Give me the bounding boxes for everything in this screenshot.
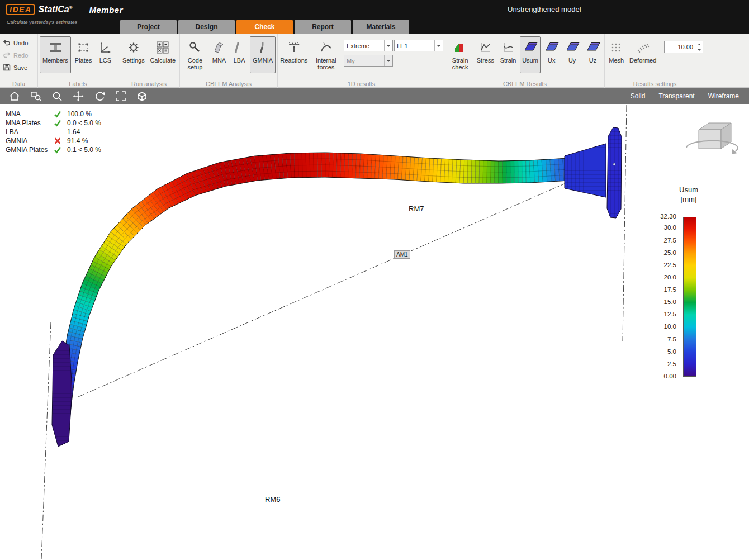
strain-label: Strain	[500, 57, 516, 64]
loadcase-combo-column: LE1	[394, 36, 443, 51]
redo-label: Redo	[13, 52, 28, 59]
group-results-settings-caption: Results settings	[605, 80, 705, 87]
deformed-icon	[636, 39, 650, 56]
title-bar: IDEA StatiCa® Member Unstrengthened mode…	[0, 0, 749, 19]
axis-label-am1: AM1	[394, 250, 410, 259]
legend-tick-label: 30.0	[643, 224, 676, 231]
undo-label: Undo	[13, 40, 28, 46]
view-toolbar: Solid Transparent Wireframe	[0, 88, 749, 104]
ribbon-tab-strip: Calculate yesterday's estimates Project …	[0, 19, 749, 34]
save-label: Save	[13, 64, 27, 71]
lcs-icon	[98, 39, 112, 56]
group-1d-results: Reactions Internal forces Extreme My LE1…	[278, 34, 445, 88]
lba-button[interactable]: LBA	[230, 36, 249, 73]
mode-wireframe[interactable]: Wireframe	[708, 92, 739, 100]
summary-value: 0.1 < 5.0 %	[67, 146, 101, 154]
tab-materials[interactable]: Materials	[353, 20, 409, 34]
uy-icon	[565, 39, 580, 56]
ribbon: Undo Redo Save Data Members Plates LCS	[0, 34, 749, 88]
extreme-dropdown[interactable]: Extreme	[344, 40, 393, 51]
app-name: Member	[89, 5, 123, 15]
usum-button[interactable]: Usum	[520, 36, 541, 73]
model-canvas[interactable]	[0, 104, 749, 560]
legend-tick-label: 7.5	[643, 336, 676, 343]
deformed-label: Deformed	[629, 57, 656, 64]
zoom-fit-icon[interactable]	[114, 89, 127, 103]
spinner-up-icon[interactable]	[695, 41, 703, 47]
my-dropdown-value: My	[344, 58, 384, 64]
stress-button[interactable]: Stress	[474, 36, 496, 73]
strain-button[interactable]: Strain	[497, 36, 519, 73]
members-button[interactable]: Members	[40, 36, 71, 73]
settings-label: Settings	[122, 57, 145, 64]
load-case-dropdown-value: LE1	[395, 42, 434, 49]
stress-icon	[478, 39, 492, 56]
calculate-button[interactable]: Calculate	[148, 36, 178, 73]
internal-forces-label: Internal forces	[312, 57, 340, 71]
orientation-cube[interactable]	[682, 114, 740, 161]
group-data: Undo Redo Save Data	[0, 34, 38, 88]
tab-check[interactable]: Check	[236, 20, 293, 34]
uy-button[interactable]: Uy	[562, 36, 582, 73]
members-icon	[48, 39, 63, 56]
strain-check-button[interactable]: Strain check	[447, 36, 473, 73]
plates-label: Plates	[75, 57, 92, 64]
zoom-icon[interactable]	[50, 89, 64, 103]
plates-button[interactable]: Plates	[72, 36, 95, 73]
deformed-button[interactable]: Deformed	[627, 36, 658, 73]
tab-report[interactable]: Report	[295, 20, 351, 34]
stress-label: Stress	[477, 57, 494, 64]
legend-tick-label: 15.0	[643, 298, 676, 305]
legend-unit: [mm]	[669, 195, 709, 203]
pan-icon[interactable]	[72, 89, 85, 103]
mode-solid[interactable]: Solid	[631, 92, 646, 100]
summary-row: MNA Plates 0.0 < 5.0 %	[6, 118, 101, 127]
uz-button[interactable]: Uz	[583, 36, 603, 73]
gmnia-button[interactable]: GMNIA	[250, 36, 276, 73]
statica-logo-text: StatiCa®	[38, 4, 72, 15]
redo-button[interactable]: Redo	[3, 51, 28, 60]
ux-button[interactable]: Ux	[542, 36, 561, 73]
strain-check-icon	[453, 39, 467, 56]
spinner-down-icon[interactable]	[695, 47, 703, 53]
results-summary: MNA 100.0 % MNA Plates 0.0 < 5.0 % LBA 1…	[6, 110, 101, 154]
rotate-icon[interactable]	[93, 89, 106, 103]
render-modes: Solid Transparent Wireframe	[631, 92, 749, 100]
tab-design[interactable]: Design	[178, 20, 235, 34]
uz-icon	[586, 39, 600, 56]
undo-button[interactable]: Undo	[3, 39, 28, 48]
check-pass-icon	[54, 119, 67, 127]
mesh-icon	[610, 39, 623, 56]
group-run-caption: Run analysis	[118, 80, 179, 87]
wrench-icon	[188, 39, 202, 56]
lcs-button[interactable]: LCS	[96, 36, 115, 73]
extreme-dropdown-value: Extreme	[344, 42, 384, 49]
mna-button[interactable]: MNA	[210, 36, 229, 73]
reactions-button[interactable]: Reactions	[279, 36, 309, 73]
my-dropdown[interactable]: My	[344, 55, 393, 67]
internal-forces-button[interactable]: Internal forces	[310, 36, 343, 73]
mna-label: MNA	[212, 57, 226, 64]
home-view-icon[interactable]	[8, 89, 21, 103]
cross-fail-icon	[54, 137, 67, 145]
summary-row: LBA 1.64	[6, 127, 101, 136]
idea-logo: IDEA	[6, 4, 35, 15]
members-label: Members	[42, 57, 68, 64]
load-case-dropdown[interactable]: LE1	[394, 40, 443, 51]
summary-label: GMNIA	[6, 137, 54, 145]
clipping-box-icon[interactable]	[135, 89, 149, 103]
calculate-label: Calculate	[150, 57, 176, 64]
deformed-scale-spinner[interactable]: 10.00	[664, 41, 703, 53]
legend-min-label: 0.00	[643, 373, 676, 379]
code-setup-button[interactable]: Code setup	[182, 36, 208, 73]
mesh-button[interactable]: Mesh	[606, 36, 626, 73]
legend-tick-label: 27.5	[643, 237, 676, 244]
mode-transparent[interactable]: Transparent	[658, 92, 694, 100]
zoom-window-icon[interactable]	[29, 89, 42, 103]
model-viewport[interactable]: MNA 100.0 % MNA Plates 0.0 < 5.0 % LBA 1…	[0, 104, 749, 560]
save-button[interactable]: Save	[3, 63, 28, 72]
settings-button[interactable]: Settings	[120, 36, 147, 73]
registered-mark: ®	[69, 5, 73, 10]
tab-project[interactable]: Project	[120, 20, 177, 34]
legend-tick-label: 5.0	[643, 348, 676, 355]
